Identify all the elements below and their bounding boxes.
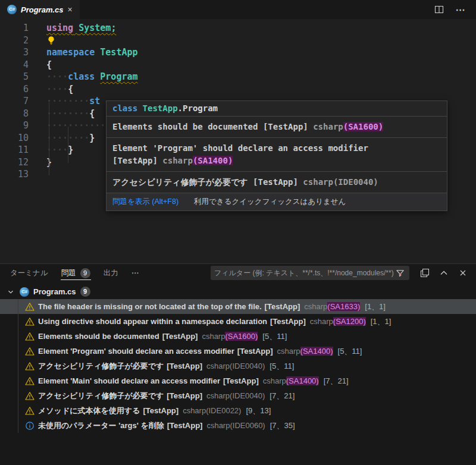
code-editor[interactable]: 1using System;23namespace TestApp4{5····… — [0, 19, 476, 263]
panel-action-icons — [419, 267, 469, 279]
code-line[interactable]: 2 — [0, 34, 476, 47]
panel-tab-label: 出力 — [104, 264, 118, 282]
panel-more-tabs-icon[interactable]: ⋯ — [126, 264, 145, 282]
problem-row[interactable]: 未使用のパラメーター 'args' を削除[TestApp]csharp(IDE… — [0, 418, 476, 433]
problem-position: [1、1] — [371, 316, 392, 327]
line-number: 10 — [0, 132, 29, 144]
problem-row[interactable]: アクセシビリティ修飾子が必要です[TestApp]csharp(IDE0040)… — [0, 359, 476, 373]
csharp-file-icon: C# — [20, 287, 29, 297]
line-number: 8 — [0, 108, 29, 120]
code-token: ···· — [46, 71, 68, 83]
hover-footer: 問題を表示 (Alt+F8) 利用できるクイックフィックスはありません — [107, 193, 447, 210]
code-token: System — [79, 22, 111, 34]
warning-icon — [25, 332, 35, 341]
code-line[interactable]: 6····{ — [0, 83, 476, 96]
line-number: 2 — [0, 34, 29, 47]
problem-position: [5、11] — [262, 331, 287, 342]
problem-row[interactable]: Using directive should appear within a n… — [0, 314, 476, 329]
view-problem-link[interactable]: 問題を表示 (Alt+F8) — [112, 197, 178, 207]
filter-funnel-icon[interactable] — [394, 267, 406, 279]
problem-scope: [TestApp] — [167, 362, 202, 370]
problem-message: Element 'Program' should declare an acce… — [38, 347, 234, 356]
problem-row[interactable]: アクセシビリティ修飾子が必要です[TestApp]csharp(IDE0040)… — [0, 388, 476, 403]
chevron-down-icon[interactable] — [6, 286, 15, 298]
code-token: using — [46, 22, 73, 34]
problems-file-group[interactable]: C# Program.cs 9 — [0, 284, 476, 299]
diagnostic-row: Elements should be documented [TestApp] … — [107, 117, 447, 138]
problem-row[interactable]: The file header is missing or not locate… — [0, 299, 476, 314]
panel-tab-問題[interactable]: 問題9 — [56, 264, 96, 282]
lightbulb-icon[interactable] — [46, 36, 56, 45]
code-token: } — [68, 144, 73, 156]
panel-tab-ターミナル[interactable]: ターミナル — [5, 264, 54, 282]
code-token: { — [46, 59, 52, 71]
diagnostic-scope: [TestApp] — [112, 156, 162, 165]
problem-position: [1、1] — [365, 301, 386, 312]
problems-count-badge: 9 — [80, 268, 90, 278]
code-token: } — [89, 132, 95, 144]
problem-row[interactable]: メソッドに式本体を使用する[TestApp]csharp(IDE0022)[9、… — [0, 403, 476, 418]
line-number: 12 — [0, 156, 29, 169]
problems-filter[interactable] — [211, 266, 409, 280]
line-number: 4 — [0, 59, 29, 71]
problem-source: csharp — [206, 421, 230, 430]
problem-position: [9、13] — [246, 406, 271, 416]
code-line[interactable]: 4{ — [0, 59, 476, 71]
code-token: TestApp — [143, 103, 178, 113]
panel-tab-label: 問題 — [61, 264, 76, 282]
problem-code: (SA1400) — [300, 347, 333, 356]
warning-icon — [25, 376, 35, 386]
diagnostic-source: csharp — [303, 177, 333, 187]
line-number: 3 — [0, 46, 29, 59]
code-text: { — [29, 59, 52, 71]
warning-icon — [25, 362, 35, 371]
diagnostic-source: csharp — [313, 122, 343, 131]
code-text: ········} — [29, 132, 95, 144]
tree-indent-guide — [18, 299, 18, 433]
problem-row[interactable]: Element 'Program' should declare an acce… — [0, 344, 476, 359]
indent-guide — [68, 127, 68, 163]
problem-row[interactable]: Elements should be documented[TestApp]cs… — [0, 329, 476, 344]
line-number: 13 — [0, 168, 29, 181]
close-tab-icon[interactable]: × — [68, 5, 73, 14]
diagnostic-scope: [TestApp] — [263, 122, 313, 131]
code-text: using System; — [29, 22, 116, 34]
csharp-file-icon: C# — [7, 5, 17, 14]
filter-input[interactable] — [214, 269, 394, 277]
restore-panel-icon[interactable] — [419, 267, 431, 279]
line-number: 6 — [0, 83, 29, 96]
hover-diagnostics: Elements should be documented [TestApp] … — [107, 117, 447, 193]
code-line[interactable]: 1using System; — [0, 22, 476, 34]
problem-source: csharp — [263, 376, 286, 385]
split-editor-icon[interactable] — [433, 4, 445, 15]
problem-source: csharp — [310, 317, 333, 326]
close-panel-icon[interactable] — [457, 267, 469, 279]
code-text: ············ — [29, 120, 111, 132]
code-token: ········ — [46, 95, 89, 108]
line-number: 1 — [0, 22, 29, 34]
code-text: namespace TestApp — [29, 46, 138, 59]
problem-source: csharp — [202, 332, 225, 341]
problem-source: csharp — [277, 347, 300, 356]
code-token: ············ — [46, 120, 111, 132]
code-text: ····} — [29, 144, 73, 156]
problems-list: The file header is missing or not locate… — [0, 299, 476, 433]
problem-row[interactable]: Element 'Main' should declare an access … — [0, 373, 476, 388]
maximize-panel-icon[interactable] — [438, 267, 450, 279]
problem-scope: [TestApp] — [265, 302, 300, 311]
editor-tab-bar: C# Program.cs × ⋯ — [0, 0, 476, 19]
problem-position: [7、21] — [324, 376, 349, 387]
code-line[interactable]: 3namespace TestApp — [0, 46, 476, 59]
diagnostic-source: csharp — [162, 156, 193, 165]
problem-source: csharp — [183, 406, 206, 415]
code-text: ········{ — [29, 108, 95, 120]
panel-tab-出力[interactable]: 出力 — [98, 264, 124, 282]
indent-guide — [49, 102, 49, 175]
code-token: Program — [100, 71, 137, 83]
problem-scope: [TestApp] — [167, 391, 202, 400]
tab-program-cs[interactable]: C# Program.cs × — [0, 0, 80, 19]
code-line[interactable]: 5····class Program — [0, 71, 476, 83]
more-actions-icon[interactable]: ⋯ — [455, 4, 466, 15]
diagnostic-scope: [TestApp] — [253, 177, 303, 187]
panel-tabs: ターミナル問題9出力 — [5, 264, 126, 282]
